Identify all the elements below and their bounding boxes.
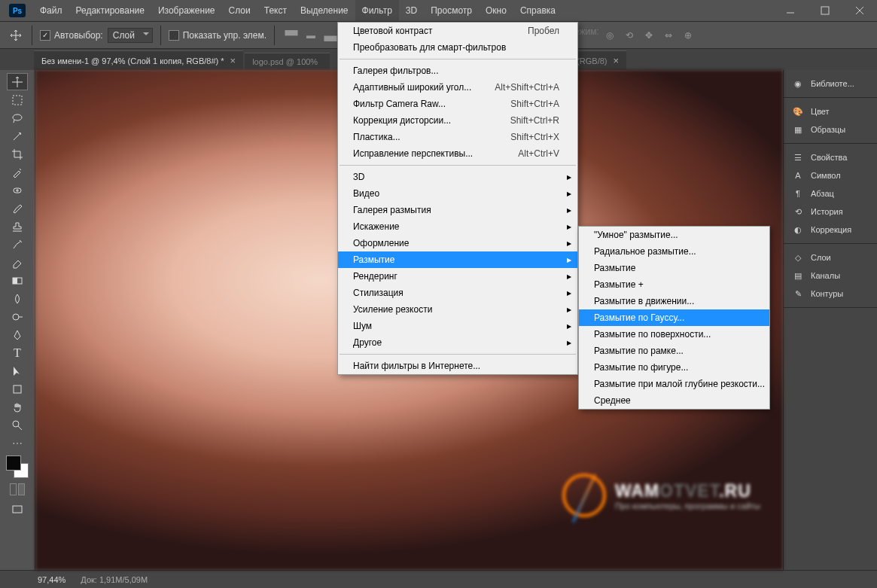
type-tool[interactable]: T: [7, 344, 28, 361]
wand-tool[interactable]: [7, 127, 28, 145]
panel-channels[interactable]: ▤Каналы: [784, 267, 877, 285]
color-swatches[interactable]: [6, 455, 29, 478]
show-controls-checkbox[interactable]: Показать упр. элем.: [169, 30, 266, 41]
panel-props[interactable]: ☰Свойства: [784, 148, 877, 166]
menu-файл[interactable]: Файл: [33, 0, 69, 21]
panel-swatches[interactable]: ▦Образцы: [784, 120, 877, 139]
history-brush-tool[interactable]: [7, 236, 28, 253]
move-tool[interactable]: [7, 73, 28, 90]
blur-tool[interactable]: [7, 290, 28, 307]
panel-layers[interactable]: ◇Слои: [784, 248, 877, 267]
menu-изображение[interactable]: Изображение: [151, 0, 222, 21]
hand-tool[interactable]: [7, 398, 28, 416]
panel-para[interactable]: ¶Абзац: [784, 184, 877, 203]
menu-выделение[interactable]: Выделение: [294, 0, 355, 21]
menu-item[interactable]: Искажение: [338, 218, 577, 235]
menu-справка[interactable]: Справка: [513, 0, 562, 21]
menu-item[interactable]: Преобразовать для смарт-фильтров: [338, 39, 577, 56]
menu-3d[interactable]: 3D: [399, 0, 424, 21]
submenu-item[interactable]: Размытие по фигуре...: [579, 359, 769, 376]
menu-item[interactable]: Размытие: [338, 251, 577, 268]
fg-swatch[interactable]: [6, 455, 21, 471]
menu-item[interactable]: Шум: [338, 318, 577, 334]
menu-редактирование[interactable]: Редактирование: [69, 0, 151, 21]
menu-item[interactable]: Адаптивный широкий угол...Alt+Shift+Ctrl…: [338, 79, 577, 96]
menu-текст[interactable]: Текст: [257, 0, 294, 21]
3d-slide-icon[interactable]: ⇔: [659, 26, 678, 44]
3d-orbit-icon[interactable]: ◎: [601, 26, 619, 44]
panel-palette[interactable]: 🎨Цвет: [784, 102, 877, 120]
submenu-item[interactable]: Размытие по поверхности...: [579, 326, 769, 343]
zoom-tool[interactable]: [7, 416, 28, 434]
brush-tool[interactable]: [7, 200, 28, 217]
zoom-level[interactable]: 97,44%: [38, 575, 65, 584]
menu-item[interactable]: Стилизация: [338, 285, 577, 301]
minimize-button[interactable]: [773, 0, 808, 21]
panel-history[interactable]: ⟲История: [784, 203, 877, 221]
panel-adjust[interactable]: ◐Коррекция: [784, 221, 877, 239]
eraser-tool[interactable]: [7, 254, 28, 271]
path-select-tool[interactable]: [7, 362, 28, 379]
menu-слои[interactable]: Слои: [222, 0, 257, 21]
3d-roll-icon[interactable]: ⟲: [620, 26, 638, 44]
close-icon[interactable]: ×: [613, 55, 619, 66]
menu-item[interactable]: Оформление: [338, 235, 577, 251]
submenu-item[interactable]: Размытие: [579, 260, 769, 276]
submenu-item[interactable]: Размытие по рамке...: [579, 343, 769, 359]
menu-просмотр[interactable]: Просмотр: [424, 0, 479, 21]
autoselect-checkbox[interactable]: Автовыбор:: [40, 30, 103, 41]
3d-zoom-icon[interactable]: ⊕: [679, 26, 697, 44]
3d-pan-icon[interactable]: ✥: [640, 26, 658, 44]
tab-active[interactable]: Без имени-1 @ 97,4% (Слой 1 копия, RGB/8…: [34, 50, 243, 70]
menu-item[interactable]: Пластика...Shift+Ctrl+X: [338, 129, 577, 145]
menu-item[interactable]: Усиление резкости: [338, 301, 577, 318]
tab[interactable]: logo.psd @ 100%: [245, 53, 330, 70]
menu-фильтр[interactable]: Фильтр: [355, 0, 399, 21]
gradient-tool[interactable]: [7, 272, 28, 289]
panel-cc[interactable]: ◉Библиоте...: [784, 75, 877, 93]
pen-tool[interactable]: [7, 326, 28, 343]
panel-group: ☰СвойстваAСимвол¶Абзац⟲История◐Коррекция: [784, 144, 877, 244]
close-button[interactable]: [842, 0, 877, 21]
panel-char[interactable]: AСимвол: [784, 166, 877, 184]
menu-item[interactable]: Другое: [338, 334, 577, 351]
align-top-icon[interactable]: ▀▀: [282, 26, 300, 44]
menu-item[interactable]: Галерея размытия: [338, 202, 577, 218]
menu-item[interactable]: Исправление перспективы...Alt+Ctrl+V: [338, 145, 577, 162]
crop-tool[interactable]: [7, 145, 28, 163]
menu-item[interactable]: Видео: [338, 185, 577, 202]
layer-dropdown[interactable]: Слой: [108, 28, 153, 43]
mask-mode-toggle[interactable]: [10, 483, 25, 495]
menu-item[interactable]: Фильтр Camera Raw...Shift+Ctrl+A: [338, 96, 577, 112]
menu-окно[interactable]: Окно: [479, 0, 513, 21]
submenu-item[interactable]: Размытие при малой глубине резкости...: [579, 376, 769, 392]
align-vcenter-icon[interactable]: ▬: [302, 26, 320, 44]
menu-item[interactable]: Коррекция дисторсии...Shift+Ctrl+R: [338, 112, 577, 129]
submenu-item[interactable]: Радиальное размытие...: [579, 243, 769, 260]
menu-label: Галерея размытия: [353, 205, 431, 215]
submenu-item[interactable]: Среднее: [579, 392, 769, 409]
menu-item[interactable]: Галерея фильтров...: [338, 62, 577, 79]
submenu-item[interactable]: Размытие в движении...: [579, 293, 769, 309]
menu-label: Размытие в движении...: [594, 296, 694, 306]
menu-item[interactable]: Рендеринг: [338, 268, 577, 285]
menu-item[interactable]: Найти фильтры в Интернете...: [338, 358, 577, 374]
more-tools[interactable]: ⋯: [7, 434, 28, 452]
lasso-tool[interactable]: [7, 109, 28, 126]
eyedropper-tool[interactable]: [7, 163, 28, 181]
marquee-tool[interactable]: [7, 91, 28, 108]
doc-size[interactable]: Док: 1,91M/5,09M: [81, 575, 148, 584]
menu-item[interactable]: Цветовой контрастПробел: [338, 23, 577, 39]
submenu-item[interactable]: Размытие по Гауссу...: [579, 309, 769, 326]
close-icon[interactable]: ×: [230, 55, 236, 66]
panel-paths[interactable]: ✎Контуры: [784, 285, 877, 303]
shape-tool[interactable]: [7, 380, 28, 398]
stamp-tool[interactable]: [7, 218, 28, 235]
healing-tool[interactable]: [7, 181, 28, 199]
menu-item[interactable]: 3D: [338, 169, 577, 185]
dodge-tool[interactable]: [7, 308, 28, 325]
screen-mode[interactable]: [7, 501, 28, 518]
maximize-button[interactable]: [808, 0, 842, 21]
submenu-item[interactable]: Размытие +: [579, 276, 769, 293]
submenu-item[interactable]: "Умное" размытие...: [579, 227, 769, 243]
